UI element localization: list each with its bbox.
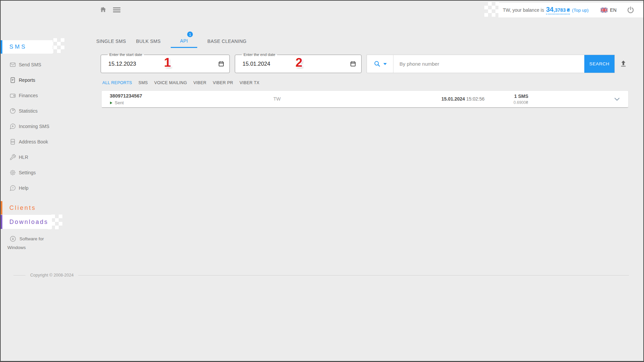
balance-panel: TW, your balance is 34,3783₴ (Top up) EN — [498, 3, 643, 17]
divider — [13, 275, 25, 276]
downloads-section-label: Downloads — [9, 219, 48, 226]
sms-section-label: SMS — [9, 44, 27, 50]
window-frame — [0, 0, 644, 362]
sidebar-item-address-book[interactable]: Address Book — [0, 134, 82, 149]
top-up-link[interactable]: (Top up) — [572, 8, 589, 13]
book-icon — [9, 138, 16, 145]
report-type-tabs: ALL REPORTS SMS VOICE MAILING VIBER VIBE… — [102, 80, 259, 85]
balance-value[interactable]: 34,3783₴ — [546, 6, 570, 14]
gear-icon — [9, 169, 16, 176]
report-row[interactable]: 380971234567 Sent TW 15.01.202415:02:56 … — [102, 91, 628, 107]
rtab-voice-mailing[interactable]: VOICE MAILING — [154, 80, 187, 85]
power-icon — [627, 6, 635, 14]
sidebar-item-reports[interactable]: Reports — [0, 72, 82, 88]
envelope-icon — [9, 61, 16, 68]
search-type-dropdown[interactable] — [367, 55, 393, 73]
report-cost: 0.6900₴ — [514, 100, 528, 105]
calendar-icon — [350, 61, 356, 67]
expand-row-button[interactable] — [614, 98, 620, 101]
divider — [78, 275, 629, 276]
search-input[interactable] — [393, 55, 584, 73]
report-datetime: 15.01.202415:02:56 — [441, 96, 485, 102]
clients-section-label: Clients — [9, 204, 36, 212]
question-bubble-icon: ? — [9, 185, 16, 191]
tab-api[interactable]: API 1 — [171, 35, 197, 48]
sidebar-item-send-sms[interactable]: Send SMS — [0, 57, 82, 72]
copyright-text: Copyright © 2008-2024 — [30, 273, 73, 278]
home-button[interactable] — [99, 6, 107, 13]
sidebar-section-sms[interactable]: SMS — [0, 40, 82, 54]
sidebar-menu: Send SMS Reports Finances Statistics — [0, 57, 82, 196]
end-date-field[interactable]: Enter the end date 15.01.2024 2 — [235, 55, 362, 73]
chevron-down-icon — [614, 98, 620, 101]
report-sender: TW — [273, 96, 281, 102]
hamburger-icon — [113, 7, 120, 8]
sidebar-item-software-for-windows[interactable]: Software for Windows — [0, 235, 82, 250]
report-status: Sent — [110, 100, 124, 105]
message-download-icon — [9, 123, 16, 130]
start-date-value[interactable]: 15.12.2023 — [108, 55, 136, 73]
rtab-viber-tx[interactable]: VIBER TX — [239, 80, 259, 85]
report-phone: 380971234567 — [110, 93, 142, 99]
search-button[interactable]: SEARCH — [584, 55, 614, 73]
annotation-1: 1 — [164, 56, 171, 70]
menu-button[interactable] — [113, 7, 120, 13]
document-icon — [9, 77, 16, 83]
calendar-picker-button[interactable] — [350, 61, 356, 67]
tab-bulk-sms[interactable]: BULK SMS — [136, 35, 161, 48]
start-date-field[interactable]: Enter the start date 15.12.2023 1 — [101, 55, 230, 73]
rtab-viber-pr[interactable]: VIBER PR — [213, 80, 233, 85]
copyright: Copyright © 2008-2024 — [13, 273, 629, 278]
rtab-sms[interactable]: SMS — [139, 80, 148, 85]
calendar-picker-button[interactable] — [218, 61, 224, 67]
balance-prefix: TW, your balance is — [503, 7, 544, 13]
main-tabs: SINGLE SMS BULK SMS API 1 BASE CLEANING — [96, 35, 247, 48]
pixel-decoration — [484, 2, 499, 17]
end-date-value[interactable]: 15.01.2024 — [243, 55, 270, 73]
sent-triangle-icon — [110, 102, 112, 104]
language-code: EN — [610, 7, 616, 13]
export-button[interactable] — [619, 59, 628, 68]
svg-text:?: ? — [12, 186, 14, 190]
tab-single-sms[interactable]: SINGLE SMS — [96, 35, 126, 48]
uk-flag-icon — [601, 8, 607, 12]
annotation-2: 2 — [296, 56, 303, 70]
sidebar-item-hlr[interactable]: HLR — [0, 149, 82, 165]
rtab-viber[interactable]: VIBER — [193, 80, 206, 85]
download-circle-icon — [9, 235, 16, 242]
wrench-icon — [9, 154, 16, 161]
pie-chart-icon — [9, 108, 16, 114]
sidebar-item-statistics[interactable]: Statistics — [0, 103, 82, 119]
sidebar-item-incoming-sms[interactable]: Incoming SMS — [0, 119, 82, 134]
upload-icon — [619, 59, 628, 68]
rtab-all-reports[interactable]: ALL REPORTS — [102, 80, 132, 85]
software-label-line1: Software for — [19, 236, 44, 241]
search-bar: SEARCH — [367, 55, 615, 73]
sidebar-item-finances[interactable]: Finances — [0, 88, 82, 103]
home-icon — [99, 6, 107, 13]
sidebar-item-settings[interactable]: Settings — [0, 165, 82, 180]
tab-base-cleaning[interactable]: BASE CLEANING — [207, 35, 247, 48]
software-label-line2: Windows — [0, 245, 82, 250]
wallet-icon — [9, 92, 16, 99]
calendar-icon — [218, 61, 224, 67]
report-sms-count: 1 SMS — [514, 94, 528, 99]
search-icon — [374, 60, 381, 67]
logout-button[interactable] — [627, 6, 635, 14]
sidebar-item-help[interactable]: ? Help — [0, 180, 82, 196]
app-window: TW, your balance is 34,3783₴ (Top up) EN — [0, 0, 644, 362]
language-selector[interactable]: EN — [601, 7, 616, 13]
api-badge: 1 — [187, 32, 193, 37]
sidebar-section-clients[interactable]: Clients — [0, 201, 82, 215]
chevron-down-icon — [383, 63, 387, 65]
sidebar-section-downloads[interactable]: Downloads — [0, 215, 82, 229]
